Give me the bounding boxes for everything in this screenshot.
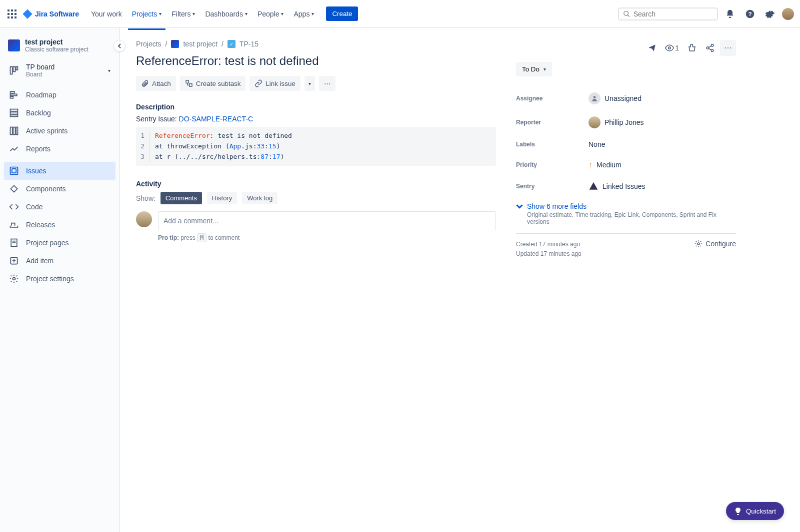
sidebar-project-name: test project <box>25 38 88 46</box>
svg-rect-23 <box>13 127 15 135</box>
nav-apps[interactable]: Apps▾ <box>290 7 318 21</box>
app-switcher-icon[interactable] <box>6 8 18 20</box>
field-reporter[interactable]: Reporter Phillip Jones <box>516 110 736 134</box>
sidebar-item-reports[interactable]: Reports <box>4 140 116 158</box>
watch-button[interactable]: 1 <box>662 40 682 56</box>
quickstart-button[interactable]: Quickstart <box>726 502 784 520</box>
field-assignee[interactable]: Assignee Unassigned <box>516 86 736 110</box>
svg-rect-15 <box>16 67 18 70</box>
nav-projects[interactable]: Projects▾ <box>128 7 166 21</box>
topnav-right: ? <box>618 6 794 22</box>
sidebar-header: test project Classic software project <box>4 36 116 59</box>
svg-point-9 <box>624 11 628 15</box>
breadcrumb-issue-key[interactable]: TP-15 <box>240 40 258 48</box>
nav-people[interactable]: People▾ <box>254 7 288 21</box>
sidebar-item-code[interactable]: Code <box>4 198 116 216</box>
jira-logo[interactable]: Jira Software <box>22 8 79 19</box>
share-button[interactable] <box>702 40 718 56</box>
breadcrumb-projects[interactable]: Projects <box>136 40 162 48</box>
svg-rect-6 <box>8 16 10 18</box>
sidebar-item-roadmap[interactable]: Roadmap <box>4 86 116 104</box>
svg-point-37 <box>711 44 714 47</box>
link-issue-button[interactable]: Link issue <box>250 76 300 91</box>
releases-icon <box>9 220 19 230</box>
breadcrumb-project[interactable]: test project <box>183 40 217 48</box>
chevron-down-icon: ▾ <box>159 11 162 16</box>
sidebar-item-project-settings[interactable]: Project settings <box>4 270 116 288</box>
tab-history[interactable]: History <box>207 192 237 204</box>
board-selector[interactable]: TP board Board ▾ <box>4 59 116 82</box>
search-input[interactable] <box>630 10 713 18</box>
pages-icon <box>9 238 19 248</box>
sidebar-item-active-sprints[interactable]: Active sprints <box>4 122 116 140</box>
nav-filters[interactable]: Filters▾ <box>168 7 199 21</box>
status-dropdown[interactable]: To Do▾ <box>516 62 552 76</box>
project-avatar-icon <box>8 39 20 51</box>
configure-button[interactable]: Configure <box>694 240 736 248</box>
svg-rect-17 <box>10 94 17 95</box>
show-label: Show: <box>136 194 156 202</box>
sidebar-collapse-button[interactable] <box>114 40 126 52</box>
attach-button[interactable]: Attach <box>136 76 176 91</box>
chevron-down-icon: ▾ <box>312 11 314 16</box>
comment-row: Add a comment... <box>136 211 496 230</box>
meta-row: Created 17 minutes ago Updated 17 minute… <box>516 240 736 259</box>
tab-work-log[interactable]: Work log <box>242 192 278 204</box>
svg-rect-24 <box>16 127 18 135</box>
code-block: 1ReferenceError: test is not defined 2 a… <box>136 127 496 166</box>
task-type-icon: ✓ <box>228 40 236 48</box>
field-priority[interactable]: Priority ↑Medium <box>516 154 736 175</box>
sidebar-item-releases[interactable]: Releases <box>4 216 116 234</box>
code-icon <box>9 202 19 212</box>
sidebar-item-add-item[interactable]: Add item <box>4 252 116 270</box>
svg-point-33 <box>13 278 16 280</box>
feedback-icon[interactable] <box>644 40 660 56</box>
help-icon[interactable]: ? <box>742 6 758 22</box>
more-button[interactable]: ⋯ <box>720 40 736 56</box>
svg-rect-4 <box>11 13 13 15</box>
issue-top-actions: 1 ⋯ <box>516 40 736 56</box>
current-user-avatar <box>136 211 152 227</box>
more-actions-button[interactable]: ⋯ <box>319 76 336 91</box>
sidebar-item-backlog[interactable]: Backlog <box>4 104 116 122</box>
svg-text:?: ? <box>748 10 752 17</box>
backlog-icon <box>9 108 19 118</box>
breadcrumbs: Projects / test project / ✓ TP-15 <box>136 40 496 48</box>
svg-rect-22 <box>10 127 12 135</box>
pro-tip: Pro tip: press M to comment <box>158 234 496 241</box>
link-dropdown-button[interactable]: ▾ <box>304 76 315 91</box>
vote-button[interactable] <box>684 40 700 56</box>
chevron-down-icon <box>516 203 523 210</box>
sidebar-item-components[interactable]: Components <box>4 180 116 198</box>
svg-rect-8 <box>14 16 16 18</box>
gear-icon <box>9 274 19 284</box>
field-sentry[interactable]: Sentry Linked Issues <box>516 175 736 197</box>
svg-point-39 <box>711 49 714 52</box>
lightbulb-icon <box>734 507 742 515</box>
main-column: Projects / test project / ✓ TP-15 Refere… <box>136 40 496 520</box>
paperclip-icon <box>141 79 149 87</box>
chevron-down-icon: ▾ <box>245 11 248 16</box>
user-avatar[interactable] <box>782 8 794 20</box>
create-button[interactable]: Create <box>326 6 358 21</box>
search-box[interactable] <box>618 7 718 20</box>
activity-label: Activity <box>136 180 496 188</box>
create-subtask-button[interactable]: Create subtask <box>180 76 246 91</box>
sidebar-item-project-pages[interactable]: Project pages <box>4 234 116 252</box>
tab-comments[interactable]: Comments <box>160 192 202 204</box>
settings-icon[interactable] <box>762 6 778 22</box>
nav-your-work[interactable]: Your work <box>87 7 126 21</box>
sidebar-item-issues[interactable]: Issues <box>4 162 116 180</box>
sidebar: test project Classic software project TP… <box>0 28 120 532</box>
content: Projects / test project / ✓ TP-15 Refere… <box>120 28 800 532</box>
chevron-down-icon: ▾ <box>108 68 110 73</box>
field-labels[interactable]: Labels None <box>516 134 736 154</box>
svg-rect-21 <box>10 115 18 116</box>
notifications-icon[interactable] <box>722 6 738 22</box>
nav-dashboards[interactable]: Dashboards▾ <box>201 7 252 21</box>
comment-input[interactable]: Add a comment... <box>158 211 496 230</box>
svg-rect-18 <box>10 96 14 98</box>
sentry-issue-link[interactable]: DO-SAMPLE-REACT-C <box>179 115 254 123</box>
show-more-fields[interactable]: Show 6 more fields <box>516 197 736 211</box>
svg-line-40 <box>708 46 711 47</box>
